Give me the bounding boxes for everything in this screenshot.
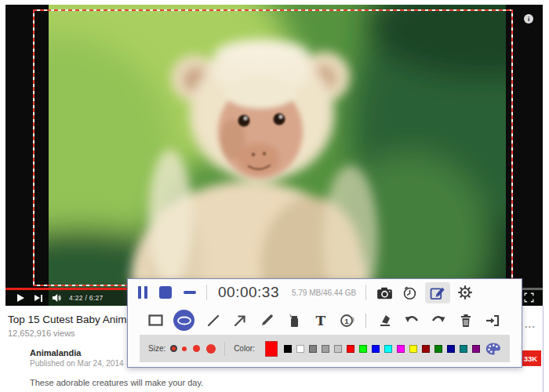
color-swatch[interactable] <box>284 345 292 353</box>
info-icon[interactable]: i <box>524 14 533 24</box>
undo-button[interactable] <box>403 312 420 329</box>
pause-button[interactable] <box>138 286 147 299</box>
color-swatch[interactable] <box>460 345 467 353</box>
minimize-button[interactable] <box>184 291 196 294</box>
palette-icon[interactable] <box>485 342 501 356</box>
exit-icon <box>485 314 500 328</box>
color-swatch[interactable] <box>422 345 430 353</box>
eraser-tool[interactable] <box>376 312 394 329</box>
screen: 4:22 / 6:27 i Top 15 Cutest Baby Animals… <box>0 0 549 392</box>
pen-size-dot[interactable] <box>193 345 200 352</box>
color-swatch[interactable] <box>347 345 354 353</box>
pen-size-dot[interactable] <box>172 347 176 350</box>
ellipse-icon <box>176 316 192 325</box>
volume-icon[interactable] <box>51 292 63 303</box>
ellipse-tool-selected[interactable] <box>173 310 195 331</box>
clear-trash-button[interactable] <box>457 312 474 329</box>
trash-icon <box>460 314 472 328</box>
pen-size-dot[interactable] <box>182 347 187 351</box>
color-swatch[interactable] <box>296 345 304 353</box>
subscribe-count-button[interactable]: 33K <box>520 350 541 366</box>
current-color-swatch <box>265 341 278 357</box>
toolbar-main-row: 00:00:33 5.79 MB/46.44 GB <box>128 279 522 306</box>
next-button[interactable] <box>35 295 42 302</box>
schedule-timer-button[interactable] <box>402 285 417 300</box>
record-region-border-left <box>33 9 35 286</box>
undo-icon <box>404 314 419 326</box>
page-edge-divider <box>543 306 544 392</box>
gear-icon <box>457 285 473 300</box>
redo-icon <box>431 314 446 326</box>
pen-size-options[interactable] <box>172 344 216 354</box>
color-swatch[interactable] <box>309 345 317 353</box>
color-swatch[interactable] <box>384 345 392 353</box>
fullscreen-icon[interactable] <box>524 292 534 303</box>
edit-pencil-icon <box>429 285 446 301</box>
video-title: Top 15 Cutest Baby Animals <box>8 314 140 325</box>
color-swatch[interactable] <box>447 345 455 353</box>
view-count: 12,652,916 views <box>8 328 75 338</box>
highlighter-tool[interactable] <box>285 312 302 329</box>
rectangle-tool[interactable] <box>147 312 164 329</box>
color-swatch[interactable] <box>434 345 442 353</box>
pencil-icon <box>260 313 274 328</box>
video-frame[interactable] <box>49 5 506 306</box>
color-swatch[interactable] <box>472 345 480 353</box>
channel-name[interactable]: Animalandia <box>30 348 81 358</box>
size-label: Size: <box>148 344 165 353</box>
text-tool[interactable]: T <box>312 312 329 329</box>
color-swatch[interactable] <box>322 345 329 353</box>
redo-button[interactable] <box>430 312 447 329</box>
number-circle-icon: 1 <box>340 314 355 328</box>
highlighter-icon <box>286 313 300 328</box>
exit-edit-button[interactable] <box>484 312 501 329</box>
arrow-icon <box>233 314 247 328</box>
settings-button[interactable] <box>457 285 473 300</box>
playback-time: 4:22 / 6:27 <box>69 294 103 302</box>
clock-icon <box>402 285 417 300</box>
rectangle-icon <box>148 314 163 326</box>
more-menu[interactable]: ... <box>525 318 536 330</box>
video-player: 4:22 / 6:27 i <box>5 5 543 306</box>
screenshot-camera-button[interactable] <box>376 286 393 299</box>
edit-annotate-button[interactable] <box>425 282 450 303</box>
color-swatch[interactable] <box>372 345 380 353</box>
record-region-border-top <box>33 9 513 11</box>
play-button[interactable] <box>17 294 24 302</box>
video-description: These adorable creatures will make your … <box>30 378 203 387</box>
stop-button[interactable] <box>159 286 172 299</box>
line-icon <box>206 314 220 328</box>
monkey-video-still <box>49 5 506 306</box>
color-swatch[interactable] <box>409 345 417 353</box>
recorder-toolbar: 00:00:33 5.79 MB/46.44 GB <box>127 278 522 368</box>
color-label: Color: <box>234 344 255 353</box>
color-swatch[interactable] <box>334 345 342 353</box>
storage-status: 5.79 MB/46.44 GB <box>292 289 356 297</box>
number-step-tool[interactable]: 1 <box>339 312 356 329</box>
publish-date: Published on Mar 24, 2014 <box>30 359 124 368</box>
record-region-border-right <box>511 9 513 286</box>
svg-text:1: 1 <box>344 316 349 325</box>
recording-timer: 00:00:33 <box>218 284 279 301</box>
toolbar-style-row: Size: Color: <box>140 335 510 362</box>
line-tool[interactable] <box>205 312 222 329</box>
color-swatch[interactable] <box>359 345 367 353</box>
toolbar-draw-row: T 1 <box>128 306 522 335</box>
eraser-icon <box>378 314 392 327</box>
arrow-tool[interactable] <box>231 312 249 329</box>
pen-size-dot[interactable] <box>206 344 216 354</box>
pen-tool[interactable] <box>258 312 275 329</box>
color-swatches <box>284 345 480 353</box>
camera-icon <box>376 286 393 299</box>
color-swatch[interactable] <box>397 345 405 353</box>
